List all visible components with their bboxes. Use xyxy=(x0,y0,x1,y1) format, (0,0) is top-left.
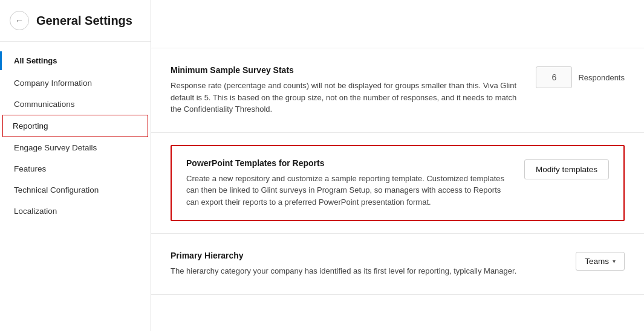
sidebar-nav: All Settings Company Information Communi… xyxy=(0,42,151,331)
minimum-sample-description: Response rate (percentage and counts) wi… xyxy=(171,80,521,115)
primary-hierarchy-section: Primary Hierarchy The hierarchy category… xyxy=(151,234,644,295)
minimum-sample-title: Minimum Sample Survey Stats xyxy=(171,65,521,75)
minimum-sample-text: Minimum Sample Survey Stats Response rat… xyxy=(171,65,521,115)
top-spacer xyxy=(151,0,644,48)
sidebar-header: ← General Settings xyxy=(0,0,151,42)
sidebar-item-reporting[interactable]: Reporting xyxy=(2,115,148,137)
powerpoint-text: PowerPoint Templates for Reports Create … xyxy=(186,158,510,208)
sidebar: ← General Settings All Settings Company … xyxy=(0,0,151,331)
minimum-sample-action: Respondents xyxy=(536,66,625,88)
back-button[interactable]: ← xyxy=(10,11,29,30)
sidebar-title: General Settings xyxy=(36,14,132,28)
respondents-input[interactable] xyxy=(536,66,572,88)
primary-hierarchy-action: Teams ▾ xyxy=(576,252,625,271)
sidebar-item-localization[interactable]: Localization xyxy=(0,201,151,222)
sidebar-item-features[interactable]: Features xyxy=(0,158,151,179)
teams-dropdown-label: Teams xyxy=(585,257,609,266)
powerpoint-section: PowerPoint Templates for Reports Create … xyxy=(171,145,625,222)
sidebar-item-communications[interactable]: Communications xyxy=(0,94,151,115)
sidebar-item-technical-configuration[interactable]: Technical Configuration xyxy=(0,179,151,201)
primary-hierarchy-description: The hierarchy category your company has … xyxy=(171,265,521,277)
powerpoint-title: PowerPoint Templates for Reports xyxy=(186,158,510,168)
respondents-label: Respondents xyxy=(578,73,625,82)
sidebar-item-engage-survey-details[interactable]: Engage Survey Details xyxy=(0,137,151,158)
powerpoint-description: Create a new repository and customize a … xyxy=(186,173,510,208)
teams-dropdown[interactable]: Teams ▾ xyxy=(576,252,625,271)
modify-templates-button[interactable]: Modify templates xyxy=(524,159,609,179)
chevron-down-icon: ▾ xyxy=(613,258,616,265)
minimum-sample-section: Minimum Sample Survey Stats Response rat… xyxy=(151,48,644,133)
powerpoint-wrapper: PowerPoint Templates for Reports Create … xyxy=(151,133,644,234)
nav-all-settings-label: All Settings xyxy=(0,51,151,70)
main-content: Minimum Sample Survey Stats Response rat… xyxy=(151,0,644,331)
sidebar-item-company-information[interactable]: Company Information xyxy=(0,72,151,94)
powerpoint-action: Modify templates xyxy=(524,159,609,179)
primary-hierarchy-text: Primary Hierarchy The hierarchy category… xyxy=(171,251,561,277)
primary-hierarchy-title: Primary Hierarchy xyxy=(171,251,561,260)
